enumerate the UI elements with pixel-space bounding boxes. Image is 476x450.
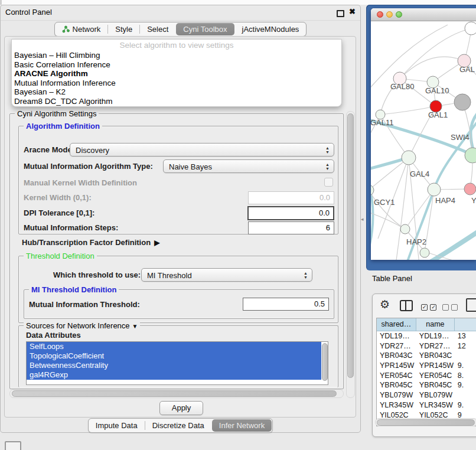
table-horizontal-scrollbar[interactable]: [375, 418, 476, 426]
cell[interactable]: 13: [455, 331, 476, 341]
table-row[interactable]: YIL052CYIL052C9: [377, 410, 476, 419]
network-node[interactable]: [465, 148, 476, 163]
cell[interactable]: YPR145W: [377, 361, 416, 371]
list-item[interactable]: TopologicalCoefficient: [27, 351, 321, 361]
cell[interactable]: YDR27…: [377, 341, 416, 351]
table-row[interactable]: YDR27…YDR27…12: [377, 341, 476, 351]
tab-infer-network[interactable]: Infer Network: [212, 419, 272, 432]
kernel-width-input[interactable]: 0.0: [248, 191, 334, 204]
cell[interactable]: YBR045C: [377, 380, 416, 390]
network-edge[interactable]: [380, 106, 436, 115]
network-canvas[interactable]: GALGAL80GAL10GAL1GAL11SWI4GAL4GCY1HAP4YH…: [371, 21, 476, 260]
cell[interactable]: YBL079W: [416, 390, 455, 400]
mi-threshold-input[interactable]: 0.5: [243, 298, 329, 311]
cell[interactable]: YBR045C: [416, 380, 455, 390]
list-item[interactable]: BetweennessCentrality: [27, 361, 321, 370]
tab-discretize-data[interactable]: Discretize Data: [145, 419, 211, 432]
cell[interactable]: 9: [455, 410, 476, 419]
split-view-icon[interactable]: [400, 300, 413, 311]
table-row[interactable]: YDL19…YDL19…13: [377, 331, 476, 341]
table-horizontal-scrollbar-thumb[interactable]: [377, 419, 475, 426]
algorithm-option[interactable]: Basic Correlation Inference: [12, 60, 341, 70]
list-item[interactable]: gal4RGexp: [27, 370, 321, 380]
table-row[interactable]: YBR043CYBR043C: [377, 351, 476, 361]
gear-icon[interactable]: ⚙: [380, 298, 390, 311]
column-header-name[interactable]: name: [416, 318, 455, 331]
minimize-window-icon[interactable]: [386, 11, 393, 18]
tab-impute-data[interactable]: Impute Data: [89, 419, 145, 432]
network-node[interactable]: [464, 183, 476, 195]
network-node[interactable]: [402, 151, 416, 165]
network-node[interactable]: [400, 224, 410, 234]
sources-group-title[interactable]: Sources for Network Inference▼: [24, 321, 140, 331]
algorithm-option[interactable]: Bayesian – Hill Climbing: [12, 51, 341, 60]
tab-style[interactable]: Style: [108, 22, 139, 36]
data-attributes-list[interactable]: SelfLoops TopologicalCoefficient Between…: [26, 341, 328, 385]
table-row[interactable]: YER054CYER054C8.: [377, 371, 476, 381]
network-node[interactable]: [428, 183, 441, 196]
manual-kernel-checkbox[interactable]: [324, 178, 333, 187]
cell[interactable]: YDL19…: [377, 331, 416, 341]
minimized-widget-icon[interactable]: [5, 441, 21, 450]
cell[interactable]: YBR043C: [416, 351, 455, 361]
cell[interactable]: 12: [455, 341, 476, 351]
cell[interactable]: 9.: [455, 400, 476, 410]
settings-horizontal-scrollbar-thumb[interactable]: [12, 390, 337, 397]
network-node[interactable]: [454, 94, 471, 110]
algorithm-option-aracne[interactable]: ARACNE Algorithm: [12, 69, 341, 79]
cell[interactable]: YIL052C: [416, 410, 455, 419]
network-edge[interactable]: [371, 211, 405, 229]
which-threshold-combo[interactable]: MI Threshold ▲▼: [141, 268, 312, 282]
deselect-all-checks-icon[interactable]: ✓ ✓: [442, 302, 458, 312]
cell[interactable]: YDR27…: [416, 341, 455, 351]
column-header-clipped[interactable]: [455, 318, 476, 331]
cell[interactable]: YLR345W: [416, 400, 455, 410]
column-header-shared-name[interactable]: shared…: [377, 318, 416, 331]
close-window-icon[interactable]: [377, 11, 383, 18]
list-scrollbar[interactable]: [322, 343, 327, 384]
network-edge[interactable]: [400, 57, 464, 79]
close-panel-icon[interactable]: ✖: [349, 7, 356, 16]
network-node[interactable]: [420, 248, 429, 257]
select-all-checks-icon[interactable]: ✓ ✓: [421, 302, 436, 312]
cell[interactable]: 9.: [455, 380, 476, 390]
cell[interactable]: [455, 390, 476, 400]
cell[interactable]: YPR145W: [416, 361, 455, 371]
page-icon[interactable]: [466, 298, 476, 312]
cell[interactable]: YER054C: [377, 371, 416, 381]
aracne-mode-combo[interactable]: Discovery ▲▼: [70, 143, 334, 156]
cell[interactable]: YBR043C: [377, 351, 416, 361]
table-row[interactable]: YLR345WYLR345W9.: [377, 400, 476, 410]
cell[interactable]: 8.: [455, 371, 476, 381]
cell[interactable]: YIL052C: [377, 410, 416, 419]
settings-vertical-scrollbar[interactable]: [346, 111, 355, 398]
table-row[interactable]: YPR145WYPR145W9.: [377, 361, 476, 371]
cell[interactable]: 9.: [455, 361, 476, 371]
hub-section-toggle[interactable]: Hub/Transcription Factor Definition▶: [22, 238, 159, 247]
dpi-tolerance-input[interactable]: 0.0: [247, 206, 334, 220]
network-edge[interactable]: [405, 190, 434, 229]
tab-cyni-toolbox[interactable]: Cyni Toolbox: [176, 23, 234, 35]
tab-network[interactable]: Network: [55, 22, 108, 36]
network-edge[interactable]: [424, 229, 476, 260]
network-window-titlebar[interactable]: [371, 8, 476, 21]
cell[interactable]: YDL19…: [416, 331, 455, 341]
algorithm-option[interactable]: Dream8 DC_TDC Algorithm: [12, 97, 341, 106]
apply-button[interactable]: Apply: [159, 401, 203, 415]
cell[interactable]: [455, 351, 476, 361]
network-edge[interactable]: [371, 190, 405, 229]
float-panel-icon[interactable]: [337, 10, 344, 17]
cell[interactable]: YBL079W: [377, 390, 416, 400]
list-scrollbar-thumb[interactable]: [322, 343, 328, 381]
table-row[interactable]: YBR045CYBR045C9.: [377, 380, 476, 390]
settings-horizontal-scrollbar[interactable]: [9, 389, 344, 398]
algorithm-option[interactable]: Bayesian – K2: [12, 87, 341, 97]
cell[interactable]: YER054C: [416, 371, 455, 381]
panel-divider-grip[interactable]: ◂: [361, 216, 364, 222]
zoom-window-icon[interactable]: [396, 11, 402, 18]
tab-jactivemnodules[interactable]: jActiveMNodules: [235, 22, 307, 36]
mi-type-combo[interactable]: Naive Bayes ▲▼: [163, 159, 334, 173]
table-row[interactable]: YBL079WYBL079W: [377, 390, 476, 400]
network-graph[interactable]: GALGAL80GAL10GAL1GAL11SWI4GAL4GCY1HAP4YH…: [371, 21, 476, 260]
cell[interactable]: YLR345W: [377, 400, 416, 410]
